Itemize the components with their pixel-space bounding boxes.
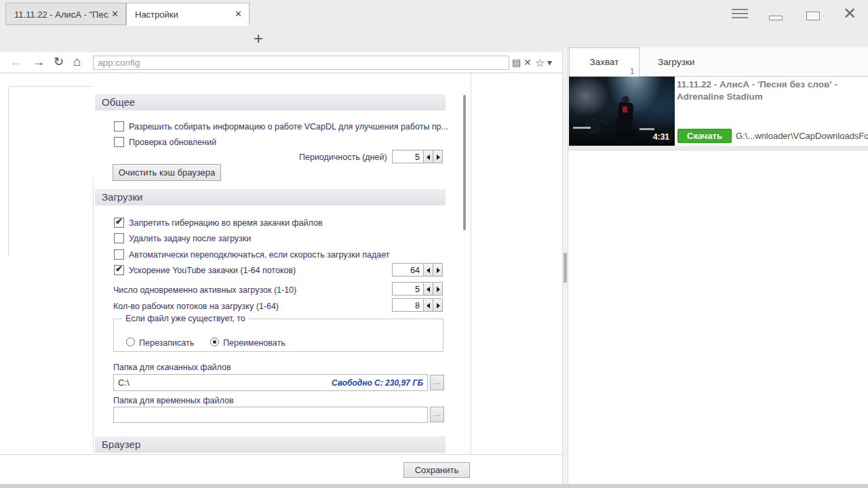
checkbox-check-updates-label[interactable]: Проверка обновлений — [129, 138, 216, 147]
section-header-downloads: Загрузки — [95, 189, 446, 205]
worker-threads-spin-down-button[interactable] — [424, 298, 433, 312]
radio-overwrite-label[interactable]: Перезаписать — [139, 338, 194, 348]
checkbox-youtube-boost[interactable]: ✔ — [114, 265, 124, 275]
star-dropdown-icon[interactable]: ▾ — [547, 57, 552, 68]
save-button[interactable]: Сохранить — [403, 462, 470, 478]
worker-threads-label: Кол-во рабочих потоков на загрузку (1-64… — [113, 302, 279, 311]
home-icon[interactable]: ⌂ — [73, 55, 81, 68]
radio-rename[interactable] — [210, 338, 219, 346]
checkbox-no-hibernate-label[interactable]: Запретить гибернацию во время закачки фа… — [129, 218, 323, 228]
youtube-threads-spin-down-button[interactable] — [424, 263, 433, 277]
maximize-button[interactable] — [806, 12, 820, 20]
back-icon[interactable]: ← — [9, 55, 22, 68]
period-spin-up-button[interactable] — [433, 150, 443, 163]
radio-rename-label[interactable]: Переименовать — [223, 338, 285, 348]
checkmark-icon: ✔ — [115, 216, 123, 226]
checkbox-collect-info[interactable] — [114, 121, 124, 131]
drum-cymbal — [601, 116, 610, 124]
video-thumbnail[interactable]: 4:31 — [569, 77, 675, 146]
period-label: Периодичность (дней) — [299, 152, 387, 162]
tab-settings-label: Настройки — [135, 9, 178, 20]
capture-panel: Захват 1 Загрузки 4:31 11.11.22 - АлисА … — [568, 47, 868, 488]
forward-icon[interactable]: → — [33, 55, 45, 68]
capture-count-badge: 1 — [630, 67, 634, 75]
temp-folder-label: Папка для временных файлов — [113, 396, 234, 405]
checkmark-icon: ✔ — [115, 264, 123, 274]
stop-icon[interactable]: ✕ — [524, 57, 532, 68]
active-downloads-spin-down-button[interactable] — [424, 282, 433, 296]
active-downloads-spin-up-button[interactable] — [433, 282, 443, 296]
checkbox-delete-task[interactable] — [114, 233, 124, 243]
temp-folder-browse-button[interactable]: ... — [430, 407, 444, 422]
youtube-threads-spin-up-button[interactable] — [433, 263, 443, 277]
file-exists-legend: Если файл уже существует, то — [122, 314, 249, 323]
download-folder-input[interactable]: C:\ Свободно C: 230,97 ГБ — [113, 374, 428, 391]
drum-kit — [585, 119, 600, 134]
tab-capture[interactable]: Захват 1 — [569, 47, 639, 77]
checkbox-collect-info-label[interactable]: Разрешить собирать информацию о работе V… — [129, 122, 448, 131]
download-folder-value: C:\ — [118, 378, 130, 388]
youtube-threads-spinner: 64 — [392, 263, 443, 277]
download-button[interactable]: Скачать — [677, 129, 732, 143]
menu-icon[interactable] — [732, 9, 748, 18]
item-separator — [568, 146, 868, 150]
clear-cache-button[interactable]: Очистить кэш браузера — [113, 164, 221, 181]
tab-capture-label: Захват — [570, 57, 639, 67]
checkbox-delete-task-label[interactable]: Удалить задачу после загрузки — [129, 234, 251, 243]
youtube-threads-value[interactable]: 64 — [392, 263, 424, 277]
stage-screen-strip — [573, 127, 591, 129]
checkbox-auto-reconnect[interactable] — [114, 249, 124, 260]
bookmark-star-icon[interactable]: ☆ — [535, 56, 545, 69]
download-folder-label: Папка для скачанных файлов — [113, 363, 231, 372]
content-right-border — [471, 73, 471, 454]
temp-folder-input[interactable] — [113, 407, 428, 423]
active-downloads-value[interactable]: 5 — [392, 282, 424, 296]
content-left-border — [93, 178, 94, 453]
worker-threads-value[interactable]: 8 — [392, 298, 424, 312]
footer-divider — [0, 454, 562, 455]
tab-downloads[interactable]: Загрузки — [658, 57, 694, 67]
stage-screen-strip — [639, 128, 654, 130]
main-scrollbar-thumb[interactable] — [564, 253, 567, 283]
section-header-browser: Браузер — [95, 436, 446, 453]
window-bottom-edge — [0, 484, 868, 488]
worker-threads-spin-up-button[interactable] — [433, 298, 443, 312]
active-downloads-spinner: 5 — [392, 282, 443, 296]
checkbox-no-hibernate[interactable]: ✔ — [114, 218, 124, 228]
duration-badge: 4:31 — [650, 131, 672, 142]
checkbox-youtube-boost-label[interactable]: Ускорение YouTube закачки (1-64 потоков) — [129, 266, 296, 275]
worker-threads-spinner: 8 — [392, 298, 443, 312]
app-window: VCap Downloader v.0.1.21 ✕ Закладки 11.1… — [0, 0, 868, 488]
performer-shirt — [623, 106, 627, 113]
period-value[interactable]: 5 — [392, 150, 424, 163]
tab-settings-close-icon[interactable]: ✕ — [235, 9, 242, 19]
section-header-general: Общее — [95, 94, 446, 110]
download-path[interactable]: G:\...wnloader\VCapDownloadsFolder — [736, 131, 868, 141]
minimize-button[interactable] — [769, 16, 783, 20]
window-close-button[interactable]: ✕ — [842, 5, 858, 22]
performer-legs — [616, 129, 637, 138]
download-folder-browse-button[interactable]: ... — [430, 375, 444, 390]
free-space-label: Свободно C: 230,97 ГБ — [332, 378, 423, 388]
new-tab-button[interactable]: + — [254, 30, 263, 47]
tab-video-label: 11.11.22 - АлисА - "Пес... — [14, 9, 109, 20]
tab-settings[interactable]: Настройки ✕ — [126, 3, 250, 26]
settings-scrollbar[interactable] — [463, 95, 466, 230]
checkbox-check-updates[interactable] — [114, 137, 124, 147]
tab-video[interactable]: 11.11.22 - АлисА - "Пес... ✕ — [5, 3, 126, 25]
active-downloads-label: Число одновременно активных загрузок (1-… — [113, 285, 296, 295]
radio-overwrite[interactable] — [126, 338, 135, 346]
refresh-icon[interactable]: ↻ — [54, 55, 64, 68]
settings-left-panel — [8, 86, 92, 256]
period-spinner: 5 — [392, 150, 443, 163]
capture-item-title: 11.11.22 - АлисА - 'Песня без слов' - Ad… — [677, 79, 864, 102]
reading-list-icon[interactable]: ▤ — [512, 57, 521, 68]
address-bar[interactable]: app:config — [93, 56, 509, 70]
performer-head — [622, 96, 629, 103]
period-spin-down-button[interactable] — [424, 150, 433, 163]
tab-video-close-icon[interactable]: ✕ — [111, 9, 119, 19]
checkbox-auto-reconnect-label[interactable]: Автоматически переподключаться, если ско… — [129, 250, 389, 260]
